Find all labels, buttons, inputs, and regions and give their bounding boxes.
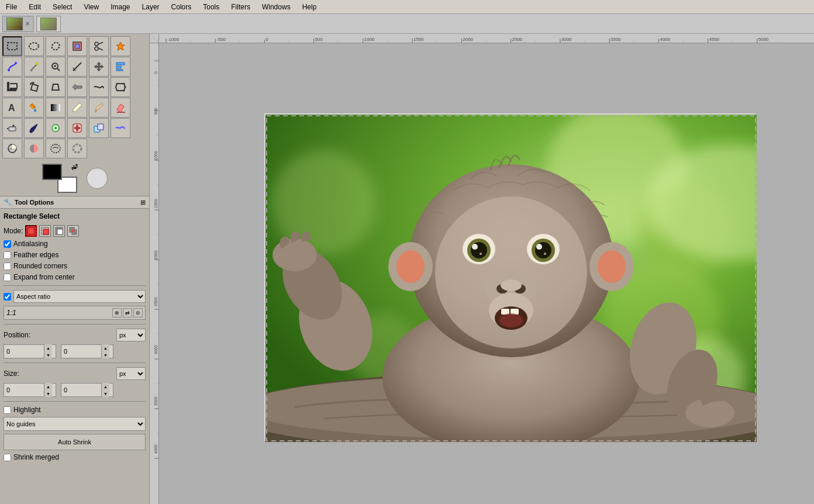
tool-bucket[interactable] [24, 98, 44, 118]
menu-select[interactable]: Select [49, 2, 75, 12]
position-y-input[interactable] [61, 348, 101, 355]
size-unit-select[interactable]: px mm in [116, 367, 146, 380]
svg-point-5 [95, 47, 98, 50]
menu-tools[interactable]: Tools [199, 2, 223, 12]
tool-fg-select[interactable] [46, 139, 65, 158]
menu-layer[interactable]: Layer [139, 2, 163, 12]
tool-move[interactable] [89, 57, 109, 77]
menu-image[interactable]: Image [107, 2, 133, 12]
svg-point-10 [36, 63, 38, 65]
swap-colors-icon[interactable]: ⇄ [71, 165, 76, 171]
fixed-checkbox[interactable] [4, 293, 11, 301]
tool-measure[interactable] [67, 57, 87, 77]
svg-text:500: 500 [154, 108, 158, 115]
size-h-input[interactable] [61, 386, 101, 393]
menu-file[interactable]: File [2, 2, 20, 12]
highlight-checkbox[interactable] [4, 406, 11, 414]
tool-cage[interactable] [111, 77, 130, 97]
position-y-down[interactable]: ▼ [102, 351, 109, 358]
foreground-color[interactable] [42, 164, 62, 180]
menu-filters[interactable]: Filters [227, 2, 254, 12]
tool-scissors[interactable] [89, 36, 109, 56]
svg-text:1000: 1000 [364, 37, 375, 42]
tool-heal[interactable] [67, 118, 87, 138]
size-h-up[interactable]: ▲ [102, 383, 109, 390]
auto-shrink-button[interactable]: Auto Shrink [4, 434, 146, 450]
tool-colorpick[interactable] [24, 57, 44, 77]
menu-view[interactable]: View [80, 2, 102, 12]
position-unit-select[interactable]: px mm in [116, 329, 146, 341]
tool-options-expand[interactable]: ⊞ [140, 199, 146, 206]
tool-mybrush[interactable] [46, 118, 65, 138]
tool-ellipse-select[interactable] [24, 36, 44, 56]
position-y-up[interactable]: ▲ [102, 344, 109, 351]
tool-fuzzy2[interactable] [67, 139, 87, 158]
tool-crop[interactable] [2, 77, 22, 97]
tool-smudge[interactable] [111, 118, 130, 138]
ratio-icon-swap[interactable]: ⇄ [123, 308, 132, 317]
size-h-down[interactable]: ▼ [102, 390, 109, 397]
tool-desaturate[interactable] [24, 139, 44, 158]
mode-replace-btn[interactable] [25, 225, 37, 237]
tool-ink[interactable] [24, 118, 44, 138]
guides-select[interactable]: No guides Center lines Rule of thirds Go… [4, 417, 146, 431]
menu-colors[interactable]: Colors [168, 2, 195, 12]
tool-clone[interactable] [89, 118, 109, 138]
size-w-spinbox: ▲ ▼ [4, 383, 56, 397]
svg-text:5000: 5000 [758, 37, 769, 42]
tool-paintbrush[interactable] [89, 98, 109, 118]
tool-gradient[interactable] [46, 98, 65, 118]
tool-text[interactable]: A [2, 98, 22, 118]
image-canvas [264, 113, 756, 441]
svg-point-32 [54, 127, 57, 129]
tab-1-close[interactable]: ✕ [25, 20, 30, 27]
position-x-input[interactable] [4, 348, 44, 355]
divider-1 [4, 285, 146, 286]
tool-warp[interactable] [89, 77, 109, 97]
canvas-content[interactable] [159, 43, 814, 504]
size-w-down[interactable]: ▼ [44, 390, 52, 397]
tab-1[interactable]: ✕ [2, 16, 34, 32]
antialising-label: Antialasing [13, 240, 48, 248]
shrink-merged-checkbox[interactable] [4, 454, 11, 461]
tool-pencil[interactable] [67, 98, 87, 118]
antialising-row: Antialasing [4, 240, 146, 248]
position-x-down[interactable]: ▼ [44, 351, 52, 358]
tool-dodge[interactable] [2, 139, 22, 158]
tool-rotate[interactable] [24, 77, 44, 97]
feather-checkbox[interactable] [4, 251, 11, 259]
tool-rectangle-select[interactable] [2, 36, 22, 56]
tool-zoom[interactable] [46, 57, 65, 77]
highlight-row: Highlight [4, 406, 146, 414]
tool-paths[interactable] [2, 57, 22, 77]
ratio-icon-reset[interactable]: ⊘ [133, 308, 143, 317]
tool-perspective[interactable] [46, 77, 65, 97]
tool-align[interactable] [111, 57, 130, 77]
menu-edit[interactable]: Edit [25, 2, 44, 12]
svg-point-23 [123, 83, 125, 85]
mode-add-btn[interactable] [39, 225, 51, 237]
ratio-icon-chain[interactable]: ⊗ [112, 308, 122, 317]
tool-flip[interactable] [67, 77, 87, 97]
mode-intersect-btn[interactable] [67, 225, 79, 237]
canvas-area[interactable]: -1000 -500 0 500 1000 1500 2000 2500 300… [150, 34, 814, 504]
size-w-up[interactable]: ▲ [44, 383, 52, 390]
fixed-type-select[interactable]: Aspect ratio Width Height Size [13, 290, 146, 303]
expand-checkbox[interactable] [4, 274, 11, 281]
rounded-checkbox[interactable] [4, 263, 11, 270]
menubar: File Edit Select View Image Layer Colors… [0, 0, 814, 14]
tool-fuzzy[interactable] [111, 36, 130, 56]
menu-help[interactable]: Help [299, 2, 320, 12]
menu-windows[interactable]: Windows [258, 2, 294, 12]
tool-eraser[interactable] [111, 98, 130, 118]
tab-2[interactable] [36, 16, 61, 32]
position-x-up[interactable]: ▲ [44, 344, 52, 351]
mode-subtract-btn[interactable] [53, 225, 65, 237]
tool-airbrush[interactable] [2, 118, 22, 138]
tabbar: ✕ [0, 14, 814, 34]
antialising-checkbox[interactable] [4, 240, 11, 248]
tool-color-pick[interactable] [67, 36, 87, 56]
tool-free-select[interactable] [46, 36, 65, 56]
size-w-input[interactable] [4, 386, 44, 393]
svg-rect-21 [31, 84, 38, 91]
